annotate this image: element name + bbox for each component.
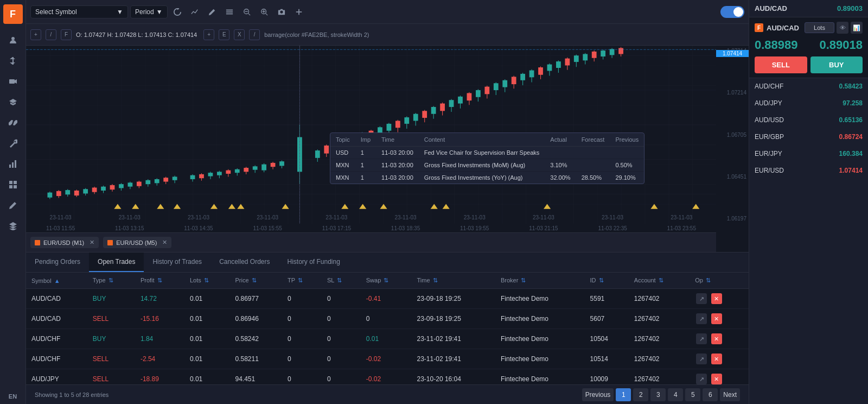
edit-button[interactable]: ↗ [696,374,707,384]
close-trade-button[interactable]: ✕ [711,374,722,384]
drawing-icon[interactable] [4,197,22,214]
pair-list-item[interactable]: AUD/JPY 97.258 [749,95,868,112]
edit-button[interactable]: ↗ [696,333,707,344]
close-trade-button[interactable]: ✕ [711,313,722,324]
lots-input[interactable] [805,22,834,33]
chart-icon[interactable] [4,155,22,173]
toggle-switch[interactable] [720,6,744,18]
grid-icon[interactable] [4,176,22,193]
link-icon[interactable] [4,114,22,131]
col-op[interactable]: Op ⇅ [690,273,749,289]
period-select[interactable]: Period ▼ [130,5,168,18]
col-time[interactable]: Time ⇅ [412,273,495,289]
cell-tp: 0 [282,349,322,369]
pencil-button[interactable] [205,4,220,20]
col-type[interactable]: Type ⇅ [87,273,135,289]
e-btn[interactable]: E [219,29,229,40]
pair-list-item[interactable]: AUD/USD 0.65136 [749,112,868,129]
edit-button[interactable]: ↗ [696,313,707,324]
svg-rect-136 [547,65,552,71]
pair-list-item[interactable]: EUR/GBP 0.86724 [749,129,868,146]
cell-time: 23-11-02 19:41 [412,349,495,369]
svg-rect-38 [83,189,88,193]
close-trade-button[interactable]: ✕ [711,354,722,364]
col-account[interactable]: Account ⇅ [629,273,690,289]
pair-row-name: EUR/USD [755,167,784,174]
camera-button[interactable] [274,4,289,20]
cell-time: 23-10-20 16:04 [412,369,495,385]
user-icon[interactable] [4,31,22,49]
chart-tab-close[interactable]: ✕ [90,239,94,246]
col-swap[interactable]: Swap ⇅ [361,273,412,289]
chart-tab-close2[interactable]: ✕ [162,239,167,246]
line-chart-button[interactable] [187,4,202,20]
close-trade-button[interactable]: ✕ [711,293,722,304]
language-label: EN [9,393,17,400]
cell-profit: -15.16 [135,309,184,329]
col-symbol[interactable]: Symbol ▲ [26,273,87,289]
event-time: 11-03 20:00 [376,159,419,172]
col-sl[interactable]: SL ⇅ [322,273,361,289]
col-profit[interactable]: Profit ⇅ [135,273,184,289]
svg-rect-44 [110,185,115,190]
svg-rect-48 [128,182,133,186]
cell-id: 5607 [585,309,629,329]
chart-small-button[interactable]: 📊 [851,22,863,34]
buy-button[interactable]: BUY [810,56,863,73]
col-price[interactable]: Price ⇅ [229,273,282,289]
wrench-icon[interactable] [4,135,22,152]
video-icon[interactable] [4,73,22,90]
pair-list-item[interactable]: EUR/USD 1.07414 [749,162,868,179]
pair-list-item[interactable]: EUR/JPY 160.384 [749,146,868,162]
pair-row-name: EUR/JPY [755,150,782,157]
col-lots[interactable]: Lots ⇅ [184,273,230,289]
close-trade-button[interactable]: ✕ [711,333,722,344]
slash-btn2[interactable]: / [249,29,260,40]
next-button[interactable]: Next [720,388,740,401]
event-popup: Topic Imp Time Content Actual Forecast P… [330,132,644,184]
chart-tab-eurusd-m1[interactable]: EUR/USD (M1) ✕ [30,237,99,248]
page-1-button[interactable]: 1 [616,388,631,401]
page-3-button[interactable]: 3 [650,388,666,401]
cell-op: ↗ ✕ [690,329,749,349]
cell-swap: 0 [361,309,412,329]
active-pair-name-container: F AUD/CAD [755,23,799,32]
col-id[interactable]: ID ⇅ [585,273,629,289]
page-4-button[interactable]: 4 [668,388,683,401]
f-btn[interactable]: F [61,29,72,40]
edit-button[interactable]: ↗ [696,354,707,364]
chart-tab-eurusd-m5[interactable]: EUR/USD (M5) ✕ [103,237,171,248]
tab-history-of-funding[interactable]: History of Funding [279,252,349,272]
plus-button[interactable] [291,4,307,20]
edit-button[interactable]: ↗ [696,293,707,304]
plus-btn2[interactable]: + [203,29,214,40]
sell-button[interactable]: SELL [755,56,807,73]
tab-open-trades[interactable]: Open Trades [89,252,144,272]
slash-btn[interactable]: / [46,29,56,40]
x-btn[interactable]: X [234,29,245,40]
event-imp: 1 [355,159,376,172]
refresh-button[interactable] [170,4,185,20]
page-5-button[interactable]: 5 [685,388,700,401]
eye-button[interactable]: 👁 [837,22,848,34]
prev-button[interactable]: Previous [582,388,614,401]
table-row: AUD/CAD SELL -15.16 0.01 0.86946 0 0 0 2… [26,309,749,329]
indicator-text: barrage(color #FAE2BE, strokeWidth 2) [264,31,369,38]
page-2-button[interactable]: 2 [633,388,648,401]
page-6-button[interactable]: 6 [703,388,718,401]
zoom-in-button[interactable] [257,4,272,20]
col-broker[interactable]: Broker ⇅ [495,273,585,289]
layers-icon[interactable] [4,217,22,235]
graduation-icon[interactable] [4,93,22,111]
plus-small-btn[interactable]: + [30,29,41,40]
menu-button[interactable] [222,4,237,20]
col-tp[interactable]: TP ⇅ [282,273,322,289]
zoom-out-button[interactable] [239,4,254,20]
pair-row-name: AUD/CHF [755,83,783,90]
tab-pending-orders[interactable]: Pending Orders [26,252,89,272]
pair-list-item[interactable]: AUD/CHF 0.58423 [749,78,868,95]
tab-history-of-trades[interactable]: History of Trades [144,252,210,272]
symbol-select[interactable]: Select Symbol ▼ [30,5,128,18]
tab-cancelled-orders[interactable]: Cancelled Orders [210,252,278,272]
scale-icon[interactable] [4,52,22,70]
